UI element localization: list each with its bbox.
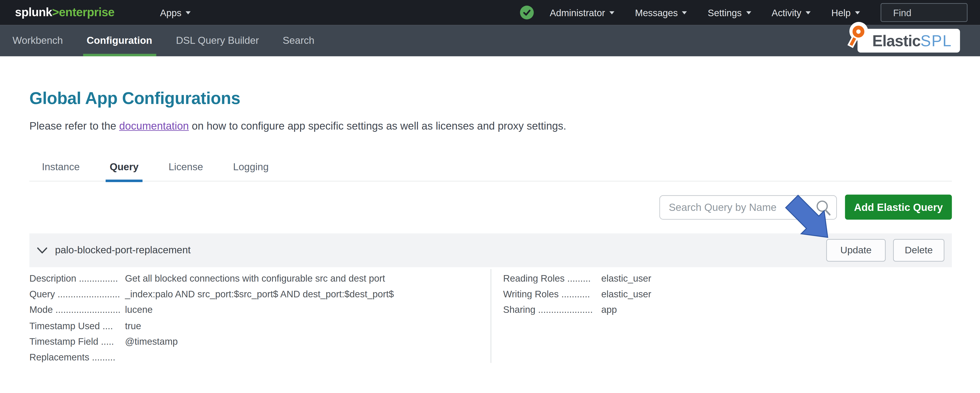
add-elastic-query-button[interactable]: Add Elastic Query	[845, 195, 952, 220]
nav-item-workbench[interactable]: Workbench	[9, 25, 67, 56]
tab-label: License	[169, 161, 203, 172]
nav-item-configuration[interactable]: Configuration	[83, 25, 156, 56]
tab-label: Instance	[42, 161, 80, 172]
tab-logging[interactable]: Logging	[229, 161, 272, 181]
chevron-down-icon	[682, 11, 687, 14]
details-column-divider	[490, 269, 491, 363]
splunk-top-bar: splunk>enterprise Apps Administrator Mes…	[0, 0, 980, 25]
detail-row-query: Query ........................ _index:pa…	[29, 286, 394, 302]
activity-menu[interactable]: Activity	[772, 7, 811, 18]
documentation-link[interactable]: documentation	[119, 120, 189, 132]
intro-prefix: Please refer to the	[29, 120, 119, 132]
brand-spl-text: SPL	[921, 32, 952, 50]
nav-item-search[interactable]: Search	[279, 25, 318, 56]
detail-row-sharing: Sharing ..................... app	[503, 302, 651, 318]
detail-value: true	[125, 320, 141, 331]
detail-value: Get all blocked connections with configu…	[125, 273, 385, 283]
messages-menu-label: Messages	[635, 7, 678, 18]
logo-chevron-glyph: >	[52, 6, 59, 19]
nav-item-label: Workbench	[13, 35, 63, 46]
app-nav-bar: Workbench Configuration DSL Query Builde…	[0, 25, 980, 56]
detail-row-writing-roles: Writing Roles ........... elastic_user	[503, 286, 651, 302]
detail-label: Sharing .....................	[503, 304, 601, 315]
chevron-down-icon	[609, 11, 614, 14]
apps-menu[interactable]: Apps	[160, 7, 191, 18]
help-menu-label: Help	[831, 7, 851, 18]
detail-row-timestamp-field: Timestamp Field ..... @timestamp	[29, 333, 394, 349]
delete-button[interactable]: Delete	[893, 239, 944, 261]
logo-splunk-text: splunk	[15, 6, 52, 19]
chevron-down-icon	[746, 11, 751, 14]
nav-item-dsl-query-builder[interactable]: DSL Query Builder	[172, 25, 262, 56]
detail-label: Writing Roles ...........	[503, 289, 601, 299]
detail-value: @timestamp	[125, 336, 178, 347]
messages-menu[interactable]: Messages	[635, 7, 687, 18]
detail-row-mode: Mode ......................... lucene	[29, 302, 394, 318]
settings-menu[interactable]: Settings	[708, 7, 751, 18]
check-icon	[522, 7, 532, 18]
tab-label: Logging	[233, 161, 269, 172]
health-status-icon[interactable]	[520, 6, 533, 19]
query-details-left: Description ............... Get all bloc…	[29, 270, 394, 365]
settings-menu-label: Settings	[708, 7, 741, 18]
elasticspl-pin-icon	[849, 22, 868, 41]
nav-item-label: DSL Query Builder	[176, 35, 259, 46]
detail-label: Query ........................	[29, 289, 125, 299]
chevron-down-icon	[806, 11, 811, 14]
query-name: palo-blocked-port-replacement	[55, 233, 191, 267]
page-title: Global App Configurations	[29, 89, 240, 108]
config-tabs: Instance Query License Logging	[29, 155, 952, 181]
tab-license[interactable]: License	[165, 161, 207, 181]
detail-value: lucene	[125, 304, 153, 315]
help-menu[interactable]: Help	[831, 7, 860, 18]
detail-value: elastic_user	[601, 273, 651, 283]
nav-item-label: Search	[283, 35, 314, 46]
tab-query[interactable]: Query	[106, 161, 142, 181]
chevron-down-icon	[855, 11, 860, 14]
activity-menu-label: Activity	[772, 7, 801, 18]
apps-menu-label: Apps	[160, 7, 181, 18]
administrator-menu-label: Administrator	[550, 7, 605, 18]
detail-row-replacements: Replacements .........	[29, 349, 394, 365]
expand-chevron-icon[interactable]	[37, 247, 47, 254]
logo-product-text: enterprise	[59, 6, 115, 19]
elasticspl-logo: ElasticSPL	[857, 29, 960, 53]
intro-text: Please refer to the documentation on how…	[29, 120, 566, 133]
tab-label: Query	[110, 161, 138, 172]
detail-label: Timestamp Field .....	[29, 336, 125, 347]
detail-label: Reading Roles .........	[503, 273, 601, 283]
detail-row-reading-roles: Reading Roles ......... elastic_user	[503, 270, 651, 286]
administrator-menu[interactable]: Administrator	[550, 7, 614, 18]
detail-value: app	[601, 304, 617, 315]
detail-label: Mode .........................	[29, 304, 125, 315]
brand-elastic-text: Elastic	[872, 32, 921, 50]
intro-suffix: on how to configure app specific setting…	[189, 120, 566, 132]
detail-value: _index:palo AND src_port:$src_port$ AND …	[125, 289, 394, 299]
detail-row-timestamp-used: Timestamp Used .... true	[29, 318, 394, 333]
nav-item-label: Configuration	[87, 35, 152, 46]
query-details-right: Reading Roles ......... elastic_user Wri…	[503, 270, 651, 318]
update-button[interactable]: Update	[826, 239, 886, 261]
splunk-enterprise-logo[interactable]: splunk>enterprise	[15, 6, 115, 19]
detail-row-description: Description ............... Get all bloc…	[29, 270, 394, 286]
search-query-input[interactable]	[659, 195, 837, 220]
detail-label: Timestamp Used ....	[29, 320, 125, 331]
detail-value: elastic_user	[601, 289, 651, 299]
tab-instance[interactable]: Instance	[38, 161, 83, 181]
main-content: Global App Configurations Please refer t…	[0, 56, 980, 393]
find-input[interactable]	[881, 3, 967, 22]
chevron-down-icon	[186, 11, 191, 14]
query-row-header[interactable]: palo-blocked-port-replacement Update Del…	[29, 233, 952, 267]
detail-label: Replacements .........	[29, 351, 125, 362]
detail-label: Description ...............	[29, 273, 125, 283]
